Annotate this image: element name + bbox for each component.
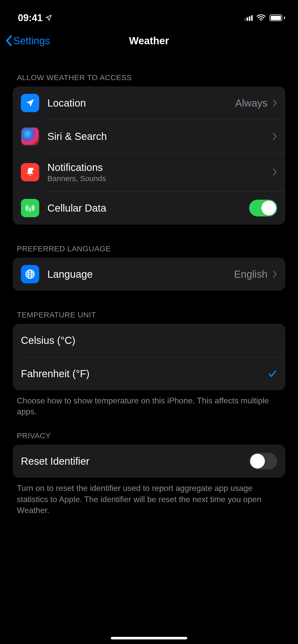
chevron-right-icon bbox=[273, 270, 277, 278]
fahrenheit-label: Fahrenheit (°F) bbox=[21, 368, 89, 379]
location-icon bbox=[21, 94, 39, 112]
notifications-icon bbox=[21, 163, 39, 181]
chevron-right-icon bbox=[273, 168, 277, 176]
siri-label: Siri & Search bbox=[47, 131, 107, 142]
home-indicator[interactable] bbox=[111, 637, 187, 639]
row-siri-search[interactable]: Siri & Search bbox=[13, 120, 285, 153]
chevron-right-icon bbox=[273, 99, 277, 107]
wifi-icon bbox=[257, 14, 265, 21]
svg-point-1 bbox=[31, 168, 34, 171]
navigation-bar: Settings Weather bbox=[0, 28, 298, 53]
section-header-temperature: TEMPERATURE UNIT bbox=[13, 291, 285, 324]
celsius-label: Celsius (°C) bbox=[21, 335, 75, 346]
language-value: English bbox=[234, 269, 267, 280]
status-left: 09:41 bbox=[18, 12, 52, 23]
group-privacy: Reset Identifier bbox=[13, 445, 285, 478]
group-language: Language English bbox=[13, 258, 285, 291]
notifications-label: Notifications bbox=[47, 162, 273, 173]
location-value: Always bbox=[235, 97, 267, 109]
section-header-privacy: PRIVACY bbox=[13, 417, 285, 445]
cellular-data-icon bbox=[21, 199, 39, 217]
temperature-footer: Choose how to show temperature on this i… bbox=[13, 390, 285, 417]
group-access: Location Always Siri & Search Notificati… bbox=[13, 86, 285, 225]
back-label: Settings bbox=[13, 35, 50, 47]
status-right bbox=[244, 14, 284, 21]
group-temperature: Celsius (°C) Fahrenheit (°F) bbox=[13, 324, 285, 390]
row-location[interactable]: Location Always bbox=[13, 86, 285, 120]
globe-icon bbox=[21, 265, 39, 283]
chevron-right-icon bbox=[273, 133, 277, 140]
row-language[interactable]: Language English bbox=[13, 258, 285, 291]
language-label: Language bbox=[47, 269, 93, 280]
checkmark-icon bbox=[268, 369, 277, 378]
reset-identifier-toggle[interactable] bbox=[249, 453, 277, 470]
status-time: 09:41 bbox=[18, 12, 43, 23]
page-title: Weather bbox=[129, 35, 169, 47]
cellular-signal-icon bbox=[244, 15, 253, 21]
section-header-access: ALLOW WEATHER TO ACCESS bbox=[13, 53, 285, 86]
svg-point-0 bbox=[261, 20, 262, 21]
row-notifications[interactable]: Notifications Banners, Sounds bbox=[13, 153, 285, 191]
row-celsius[interactable]: Celsius (°C) bbox=[13, 324, 285, 357]
row-reset-identifier: Reset Identifier bbox=[13, 445, 285, 478]
siri-icon bbox=[21, 127, 39, 145]
status-bar: 09:41 bbox=[0, 0, 298, 28]
cellular-label: Cellular Data bbox=[47, 202, 106, 214]
battery-icon bbox=[269, 14, 284, 21]
location-label: Location bbox=[47, 97, 86, 109]
section-header-language: PREFERRED LANGUAGE bbox=[13, 225, 285, 258]
reset-identifier-label: Reset Identifier bbox=[21, 456, 89, 467]
row-fahrenheit[interactable]: Fahrenheit (°F) bbox=[13, 357, 285, 390]
privacy-footer: Turn on to reset the identifier used to … bbox=[13, 478, 285, 516]
chevron-left-icon bbox=[5, 35, 12, 46]
back-button[interactable]: Settings bbox=[5, 35, 50, 47]
cellular-toggle[interactable] bbox=[249, 200, 277, 216]
notifications-sublabel: Banners, Sounds bbox=[47, 174, 273, 183]
row-cellular-data: Cellular Data bbox=[13, 192, 285, 225]
location-services-icon bbox=[45, 14, 52, 21]
